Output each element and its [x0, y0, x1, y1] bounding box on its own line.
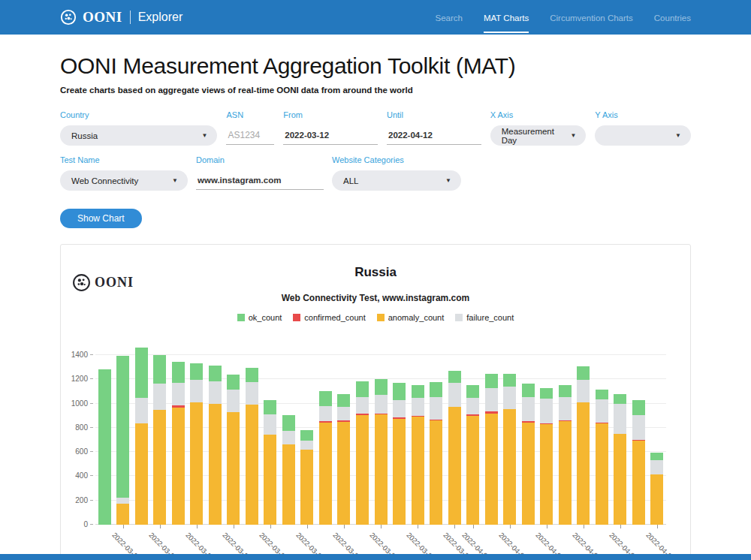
bar-2022-03-19[interactable] — [227, 375, 240, 525]
test-name-value: Web Connectivity — [71, 176, 138, 185]
nav-circumvention-charts[interactable]: Circumvention Charts — [550, 2, 633, 33]
bar-2022-03-14[interactable] — [135, 348, 148, 525]
bar-segment-anomaly_count — [632, 441, 645, 525]
bar-2022-03-31[interactable] — [448, 371, 461, 525]
bar-segment-failure_count — [650, 460, 663, 474]
legend-label-confirmed: confirmed_count — [304, 313, 365, 322]
website-categories-label: Website Categories — [332, 155, 461, 164]
test-name-select[interactable]: Web Connectivity ▼ — [60, 170, 188, 191]
bar-2022-04-11[interactable] — [650, 453, 663, 525]
y-tick-label: 400 — [61, 471, 88, 480]
asn-input[interactable] — [226, 125, 274, 145]
bar-2022-03-23[interactable] — [300, 430, 313, 525]
bar-2022-03-13[interactable] — [116, 356, 129, 525]
bar-segment-anomaly_count — [190, 402, 203, 525]
chevron-down-icon: ▼ — [445, 178, 451, 184]
bar-segment-ok_count — [632, 400, 645, 415]
legend-item-confirmed[interactable]: confirmed_count — [293, 313, 365, 322]
x-tick — [473, 525, 474, 528]
bar-2022-03-27[interactable] — [375, 378, 388, 525]
bar-2022-04-01[interactable] — [466, 385, 479, 525]
bar-segment-ok_count — [98, 369, 111, 525]
bar-2022-03-28[interactable] — [393, 383, 406, 525]
bar-2022-03-17[interactable] — [190, 363, 203, 525]
domain-input[interactable] — [196, 170, 324, 190]
bar-segment-confirmed_count — [337, 420, 350, 422]
bar-segment-failure_count — [209, 381, 222, 404]
bar-segment-failure_count — [227, 390, 240, 412]
bar-segment-failure_count — [190, 380, 203, 402]
bar-2022-03-15[interactable] — [153, 355, 166, 525]
show-chart-button[interactable]: Show Chart — [60, 209, 142, 228]
y-axis-select[interactable]: ▼ — [595, 125, 691, 146]
bar-segment-failure_count — [632, 415, 645, 439]
bar-2022-03-30[interactable] — [430, 382, 442, 525]
bar-2022-03-24[interactable] — [319, 391, 332, 525]
from-date-input[interactable] — [283, 125, 378, 145]
bar-segment-anomaly_count — [319, 423, 332, 525]
bar-segment-ok_count — [264, 400, 276, 414]
y-tick — [90, 403, 93, 404]
bar-2022-04-02[interactable] — [485, 374, 498, 525]
chevron-down-icon: ▼ — [675, 133, 681, 139]
bar-2022-03-18[interactable] — [209, 366, 222, 525]
bar-2022-03-16[interactable] — [172, 362, 185, 525]
bar-2022-04-10[interactable] — [632, 400, 645, 525]
brand-explorer: Explorer — [138, 11, 183, 24]
bar-2022-03-29[interactable] — [412, 385, 424, 525]
bar-segment-ok_count — [559, 385, 572, 397]
x-tick — [307, 525, 308, 528]
country-value: Russia — [71, 131, 98, 140]
bar-2022-04-04[interactable] — [522, 384, 535, 525]
bar-2022-04-09[interactable] — [614, 394, 626, 525]
website-categories-select[interactable]: ALL ▼ — [332, 170, 461, 191]
bar-segment-confirmed_count — [375, 414, 388, 415]
bar-segment-ok_count — [522, 384, 535, 397]
bar-2022-03-21[interactable] — [264, 400, 276, 525]
bar-2022-04-08[interactable] — [596, 390, 608, 525]
bar-segment-confirmed_count — [540, 423, 553, 424]
bar-segment-failure_count — [375, 395, 388, 413]
bar-2022-03-25[interactable] — [337, 394, 350, 525]
bar-2022-03-12[interactable] — [98, 369, 111, 525]
until-date-input[interactable] — [387, 125, 481, 145]
bar-2022-04-07[interactable] — [577, 366, 590, 525]
bar-segment-ok_count — [172, 362, 185, 383]
chart-legend: ok_count confirmed_count anomaly_count f… — [61, 313, 690, 322]
bar-2022-03-20[interactable] — [246, 368, 258, 525]
bar-2022-04-03[interactable] — [503, 374, 516, 525]
ooni-logo-icon — [60, 9, 77, 26]
x-tick — [510, 525, 511, 528]
bar-2022-03-22[interactable] — [282, 415, 295, 525]
bar-2022-03-26[interactable] — [356, 381, 369, 525]
brand[interactable]: OONI Explorer — [60, 9, 182, 26]
bar-segment-confirmed_count — [319, 421, 332, 423]
y-tick — [90, 451, 93, 452]
legend-item-ok[interactable]: ok_count — [237, 313, 282, 322]
test-name-label: Test Name — [60, 155, 188, 164]
x-axis-select[interactable]: Measurement Day ▼ — [490, 125, 587, 146]
x-tick — [584, 525, 584, 528]
x-tick — [418, 525, 418, 528]
bar-2022-04-06[interactable] — [559, 385, 572, 525]
nav-mat-charts[interactable]: MAT Charts — [484, 2, 529, 33]
country-label: Country — [60, 110, 217, 119]
bar-segment-failure_count — [153, 384, 166, 411]
legend-item-failure[interactable]: failure_count — [455, 313, 514, 322]
nav-search[interactable]: Search — [435, 2, 462, 33]
bar-segment-failure_count — [466, 398, 479, 414]
x-tick — [344, 525, 345, 528]
bar-segment-anomaly_count — [393, 419, 406, 525]
chart-ooni-watermark: OONI — [72, 273, 134, 292]
legend-label-anomaly: anomaly_count — [388, 313, 445, 322]
nav-countries[interactable]: Countries — [654, 2, 691, 33]
x-tick — [234, 525, 234, 528]
y-tick-label: 200 — [61, 496, 88, 504]
country-select[interactable]: Russia ▼ — [60, 125, 217, 146]
chart-plot-area: 02004006008001000120014002022-03-132022-… — [95, 343, 666, 525]
bar-segment-anomaly_count — [300, 450, 313, 525]
bar-segment-anomaly_count — [172, 408, 185, 525]
y-tick-label: 800 — [61, 423, 88, 432]
bar-2022-04-05[interactable] — [540, 388, 553, 525]
legend-item-anomaly[interactable]: anomaly_count — [377, 313, 445, 322]
